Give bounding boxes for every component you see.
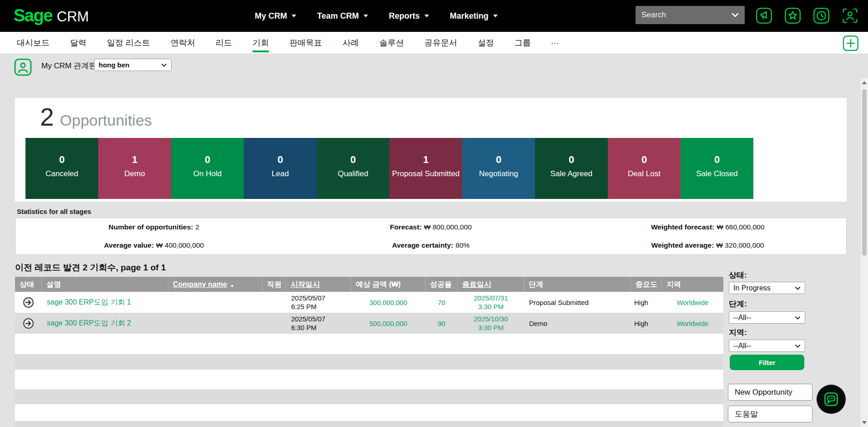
- stage-count: 0: [608, 155, 681, 165]
- pipeline-stage-bar: 0 Canceled 1 Demo 0 On Hold 0 Lead 0 Qua…: [25, 138, 753, 199]
- opportunities-summary-card: 2 Opportunities 0 Canceled 1 Demo 0 On H…: [15, 98, 847, 202]
- nav-my-crm[interactable]: My CRM: [255, 11, 296, 21]
- row-territory-cell[interactable]: Worldwide: [662, 292, 723, 313]
- col-close-datetime[interactable]: 종료일시: [458, 277, 524, 292]
- star-icon[interactable]: [784, 7, 802, 25]
- empty-row: [15, 334, 723, 354]
- row-description-cell[interactable]: sage 300 ERP도입 기회 2: [42, 313, 168, 334]
- table-row: sage 300 ERP도입 기회 1 2025/05/076:25 PM 30…: [15, 292, 723, 313]
- tab-task-list[interactable]: 일정 리스트: [107, 32, 150, 54]
- col-forecast-amount: 예상 금액 (₩): [351, 277, 425, 292]
- stat-weighted-average: Weighted average:₩ 320,000,000: [651, 241, 764, 249]
- profile-icon[interactable]: [841, 7, 859, 25]
- stat-average-value: Average value:₩ 400,000,000: [104, 241, 204, 249]
- table-row: sage 300 ERP도입 기회 2 2025/05/076:30 PM 50…: [15, 313, 723, 334]
- stage-demo[interactable]: 1 Demo: [98, 138, 171, 199]
- stage-qualified[interactable]: 0 Qualified: [317, 138, 389, 199]
- tab-calendar[interactable]: 달력: [70, 32, 86, 54]
- stat-label: Weighted forecast:: [651, 223, 714, 231]
- stage-on-hold[interactable]: 0 On Hold: [171, 138, 244, 199]
- chevron-down-icon: [424, 15, 429, 17]
- stage-deal-lost[interactable]: 0 Deal Lost: [608, 138, 681, 199]
- empty-row: [15, 404, 723, 421]
- stage-canceled[interactable]: 0 Canceled: [25, 138, 98, 199]
- logo-sage-text: Sage: [14, 6, 52, 25]
- row-stage-cell: Demo: [524, 313, 631, 334]
- col-company-name[interactable]: Company name▲: [168, 277, 262, 292]
- tab-cases[interactable]: 사례: [343, 32, 359, 54]
- help-button[interactable]: 도움말: [728, 406, 812, 422]
- stage-count: 0: [317, 155, 389, 165]
- stage-label: Demo: [98, 169, 171, 178]
- add-tab-plus-icon[interactable]: [842, 35, 859, 52]
- stat-label: Weighted average:: [651, 241, 714, 249]
- row-territory-cell[interactable]: Worldwide: [662, 313, 723, 334]
- clock-icon[interactable]: [812, 7, 830, 25]
- stage-sale-closed[interactable]: 0 Sale Closed: [681, 138, 753, 199]
- stage-label: Deal Lost: [608, 169, 681, 178]
- stage-negotiating[interactable]: 0 Negotiating: [462, 138, 535, 199]
- filter-status-select[interactable]: In Progress: [729, 282, 805, 294]
- stage-label: Proposal Submitted: [389, 169, 462, 178]
- stat-label: Number of opportunities:: [109, 223, 193, 231]
- my-crm-user-select[interactable]: hong ben: [94, 59, 172, 71]
- megaphone-icon[interactable]: [755, 7, 773, 25]
- row-description-cell[interactable]: sage 300 ERP도입 기회 1: [42, 292, 168, 313]
- stage-label: Qualified: [317, 169, 389, 178]
- scroll-down-arrow-icon[interactable]: [862, 421, 867, 424]
- tab-opportunities[interactable]: 기회: [252, 32, 269, 54]
- in-progress-arrow-icon: [22, 296, 35, 309]
- tab-dashboard[interactable]: 대시보드: [17, 32, 50, 54]
- tab-sales-target[interactable]: 판매목표: [289, 32, 322, 54]
- col-start-datetime[interactable]: 시작일시: [286, 277, 351, 292]
- sage-crm-logo[interactable]: Sage CRM: [14, 6, 89, 25]
- nav-reports[interactable]: Reports: [389, 11, 429, 21]
- tab-contacts[interactable]: 연락처: [171, 32, 195, 54]
- row-certainty-cell: 90: [425, 313, 458, 334]
- scroll-up-arrow-icon[interactable]: [862, 81, 867, 84]
- stat-value: ₩ 660,000,000: [717, 223, 764, 231]
- opportunities-title: Opportunities: [60, 112, 152, 129]
- tab-groups[interactable]: 그룹: [515, 32, 531, 54]
- stat-label: Average value:: [104, 241, 154, 249]
- chat-widget-button[interactable]: [817, 385, 846, 414]
- opportunities-heading: 2 Opportunities: [40, 102, 152, 132]
- search-input[interactable]: Search: [636, 6, 745, 24]
- top-bar: Sage CRM My CRM Team CRM Reports Marketi…: [0, 0, 868, 32]
- scrollbar-thumb[interactable]: [862, 89, 867, 256]
- tab-shared-documents[interactable]: 공유문서: [424, 32, 457, 54]
- nav-team-crm[interactable]: Team CRM: [317, 11, 368, 21]
- stat-value: 2: [196, 223, 200, 231]
- filter-stage-value: --All--: [733, 314, 751, 322]
- new-opportunity-button[interactable]: New Opportunity: [728, 384, 812, 401]
- stage-count: 0: [244, 155, 317, 165]
- chevron-down-icon: [493, 15, 498, 17]
- nav-team-crm-label: Team CRM: [317, 11, 359, 21]
- tab-settings[interactable]: 설정: [478, 32, 494, 54]
- filter-territory-select[interactable]: --All--: [729, 340, 805, 352]
- stat-label: Forecast:: [390, 223, 422, 231]
- stage-sale-agreed[interactable]: 0 Sale Agreed: [535, 138, 608, 199]
- filter-button[interactable]: Filter: [730, 355, 804, 370]
- nav-reports-label: Reports: [389, 11, 420, 21]
- col-certainty: 성공율: [425, 277, 458, 292]
- row-staff-cell: [262, 292, 286, 313]
- tab-leads[interactable]: 리드: [216, 32, 232, 54]
- stat-weighted-forecast: Weighted forecast:₩ 660,000,000: [651, 223, 764, 231]
- vertical-scrollbar[interactable]: [861, 78, 868, 427]
- row-status-cell[interactable]: [15, 292, 42, 313]
- tab-overflow-more[interactable]: •••: [551, 41, 560, 46]
- filter-stage-select[interactable]: --All--: [729, 311, 805, 324]
- col-status: 상태: [15, 277, 42, 292]
- row-start-cell: 2025/05/076:30 PM: [286, 313, 351, 334]
- empty-row: [15, 389, 723, 404]
- stage-proposal-submitted[interactable]: 1 Proposal Submitted: [389, 138, 462, 199]
- stage-lead[interactable]: 0 Lead: [244, 138, 317, 199]
- stat-value: ₩ 800,000,000: [424, 223, 472, 231]
- tab-solutions[interactable]: 솔루션: [379, 32, 404, 54]
- stage-label: On Hold: [171, 169, 244, 178]
- results-title: 이전 레코드 발견 2 기회수, page 1 of 1: [15, 262, 166, 274]
- row-status-cell[interactable]: [15, 313, 42, 334]
- chevron-down-icon: [795, 286, 801, 290]
- nav-marketing[interactable]: Marketing: [450, 11, 498, 21]
